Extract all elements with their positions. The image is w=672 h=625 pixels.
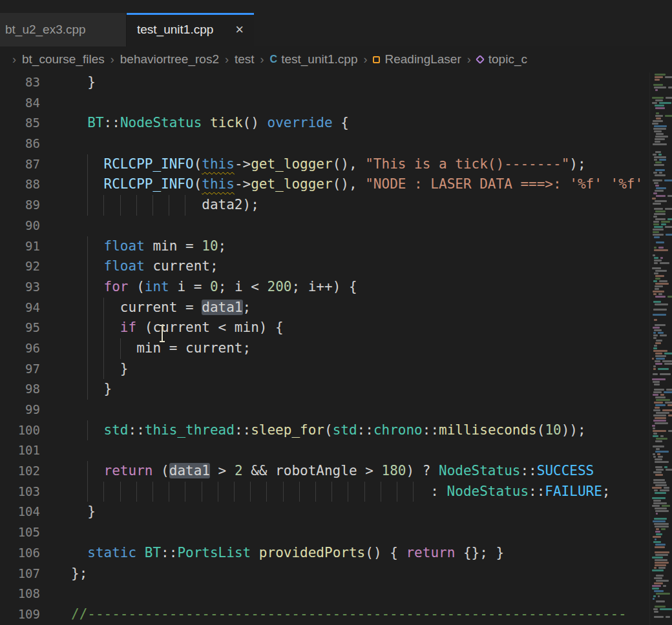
code-line[interactable]: 85 BT::NodeStatus tick() override {	[0, 113, 672, 134]
minimap-line	[658, 456, 663, 458]
indent-guide	[87, 461, 88, 482]
minimap-line	[655, 544, 666, 546]
line-number[interactable]: 86	[0, 134, 40, 154]
minimap[interactable]	[649, 72, 672, 625]
line-number[interactable]: 105	[0, 522, 40, 543]
code-line[interactable]: 104 }	[0, 502, 672, 522]
close-icon[interactable]: ×	[234, 23, 245, 37]
indent-guide	[103, 195, 104, 216]
line-number[interactable]: 109	[0, 604, 40, 625]
code-editor[interactable]: 83 }8485 BT::NodeStatus tick() override …	[0, 72, 672, 625]
code-line[interactable]: 88 RCLCPP_INFO(this->get_logger(), "NODE…	[0, 174, 672, 195]
code-line[interactable]: 107};	[0, 564, 672, 584]
code-line[interactable]: 86	[0, 134, 672, 154]
minimap-line	[652, 505, 660, 507]
line-number[interactable]: 88	[0, 174, 40, 195]
code-line[interactable]: 83 }	[0, 72, 672, 93]
minimap-line	[653, 381, 660, 383]
minimap-line	[665, 115, 672, 117]
line-number[interactable]: 90	[0, 216, 40, 236]
line-number[interactable]: 84	[0, 93, 40, 114]
tab-bt_u2_ex3[interactable]: bt_u2_ex3.cpp	[0, 13, 127, 46]
minimap-line	[656, 438, 667, 440]
code-line[interactable]: 106 static BT::PortsList providedPorts()…	[0, 543, 672, 564]
code-line[interactable]: 91 float min = 10;	[0, 236, 672, 257]
code-token: ::	[235, 422, 251, 438]
minimap-line	[654, 384, 660, 385]
minimap-line	[655, 538, 656, 540]
minimap-line	[655, 270, 667, 272]
minimap-line	[656, 528, 659, 530]
line-number[interactable]: 83	[0, 72, 40, 93]
breadcrumb-item-bt_course_files[interactable]: bt_course_files	[22, 52, 105, 67]
line-number[interactable]: 101	[0, 440, 40, 461]
code-line[interactable]: 100 std::this_thread::sleep_for(std::chr…	[0, 420, 672, 441]
minimap-line	[666, 389, 672, 391]
breadcrumb: › bt_course_files › behaviortree_ros2 › …	[0, 46, 672, 72]
cpp-file-icon: C	[270, 54, 278, 65]
line-number[interactable]: 89	[0, 195, 40, 216]
minimap-line	[655, 185, 660, 187]
minimap-line	[653, 84, 664, 86]
line-number[interactable]: 93	[0, 277, 40, 298]
minimap-line	[656, 600, 665, 602]
code-token: 0	[210, 279, 218, 294]
code-line[interactable]: 98 }	[0, 379, 672, 400]
code-line[interactable]: 109//-----------------------------------…	[0, 604, 672, 625]
minimap-line	[653, 541, 661, 543]
breadcrumb-item-file[interactable]: C test_unit1.cpp	[270, 52, 358, 67]
tab-test_unit1[interactable]: test_unit1.cpp ×	[127, 13, 254, 46]
line-number[interactable]: 91	[0, 236, 40, 257]
code-line[interactable]: 95 if (current < min) {	[0, 318, 672, 338]
code-line[interactable]: 90	[0, 216, 672, 236]
code-line[interactable]: 84	[0, 93, 672, 114]
minimap-line	[652, 497, 666, 499]
line-number[interactable]: 97	[0, 359, 40, 380]
code-line[interactable]: 93 for (int i = 0; i < 200; i++) {	[0, 277, 672, 298]
code-line[interactable]: 87 RCLCPP_INFO(this->get_logger(), "This…	[0, 154, 672, 175]
minimap-line	[655, 355, 667, 357]
breadcrumb-item-test[interactable]: test	[235, 52, 255, 67]
code-line[interactable]: 101	[0, 440, 672, 461]
indent-guide	[283, 482, 284, 502]
line-number[interactable]: 107	[0, 564, 40, 584]
code-token: //--------------------------------------…	[71, 606, 627, 622]
line-number[interactable]: 94	[0, 298, 40, 318]
line-number[interactable]: 95	[0, 318, 40, 338]
code-line[interactable]: 92 float current;	[0, 256, 672, 277]
minimap-line	[655, 363, 662, 365]
minimap-line	[655, 115, 663, 117]
line-number[interactable]: 96	[0, 338, 40, 359]
code-line[interactable]: 89 data2);	[0, 195, 672, 216]
minimap-line	[655, 564, 666, 566]
line-number[interactable]: 106	[0, 543, 40, 564]
line-number[interactable]: 92	[0, 256, 40, 277]
minimap-line	[653, 221, 659, 223]
code-line[interactable]: 97 }	[0, 359, 672, 380]
minimap-line	[662, 409, 672, 411]
code-line[interactable]: 108	[0, 584, 672, 604]
code-line[interactable]: 105	[0, 522, 672, 543]
line-number[interactable]: 85	[0, 113, 40, 134]
tab-label: test_unit1.cpp	[137, 23, 213, 37]
code-text: std::this_thread::sleep_for(std::chrono:…	[71, 422, 586, 438]
minimap-line	[656, 575, 664, 577]
line-number[interactable]: 98	[0, 379, 40, 400]
code-line[interactable]: 99	[0, 400, 672, 420]
code-line[interactable]: 94 current = data1;	[0, 298, 672, 318]
code-line[interactable]: 103 : NodeStatus::FAILURE;	[0, 482, 672, 502]
line-number[interactable]: 102	[0, 461, 40, 482]
breadcrumb-item-behaviortree_ros2[interactable]: behaviortree_ros2	[120, 52, 219, 67]
breadcrumb-item-method[interactable]: topic_c	[477, 52, 527, 67]
code-line[interactable]: 102 return (data1 > 2 && robotAngle > 18…	[0, 461, 672, 482]
line-number[interactable]: 100	[0, 420, 40, 441]
code-line[interactable]: 96 min = current;	[0, 338, 672, 359]
line-number[interactable]: 87	[0, 154, 40, 175]
line-number[interactable]: 108	[0, 584, 40, 604]
line-number[interactable]: 103	[0, 482, 40, 502]
breadcrumb-item-class[interactable]: ReadingLaser	[373, 52, 461, 67]
minimap-line	[656, 469, 664, 471]
line-number[interactable]: 104	[0, 502, 40, 522]
line-number[interactable]: 99	[0, 400, 40, 420]
minimap-line	[656, 112, 659, 114]
